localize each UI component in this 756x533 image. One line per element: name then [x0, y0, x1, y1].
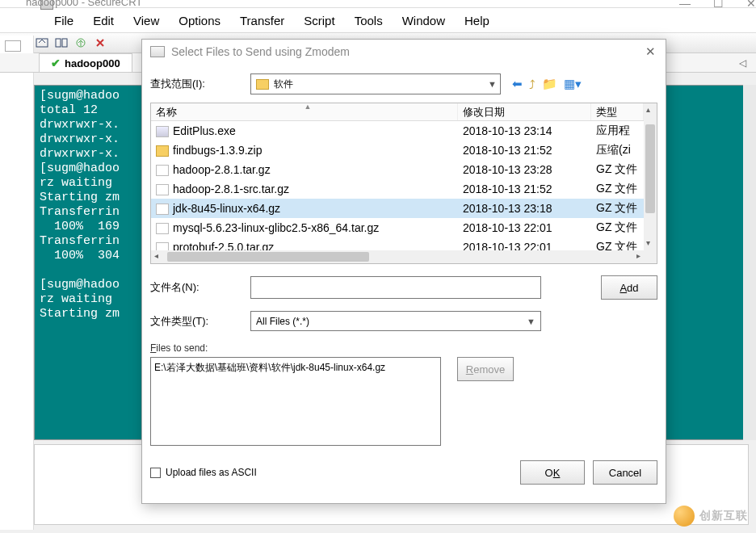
files-to-send-entry[interactable]: E:\若泽大数据\基础班\资料\软件\jdk-8u45-linux-x64.gz — [154, 361, 437, 375]
file-date: 2018-10-13 23:28 — [458, 163, 591, 176]
file-type: 压缩(zi — [591, 143, 644, 157]
left-edge — [0, 36, 34, 530]
watermark: 创新互联 — [674, 506, 748, 527]
file-type: GZ 文件 — [591, 182, 644, 196]
file-name-input[interactable] — [250, 276, 541, 299]
file-row[interactable]: hadoop-2.8.1.tar.gz2018-10-13 23:28GZ 文件 — [151, 160, 657, 179]
dialog-icon — [150, 46, 165, 57]
file-date: 2018-10-13 21:52 — [458, 144, 591, 157]
cancel-button[interactable]: Cancel — [593, 460, 657, 485]
menu-help[interactable]: Help — [455, 10, 499, 31]
file-date: 2018-10-13 22:01 — [458, 241, 591, 250]
svg-rect-3 — [56, 39, 61, 47]
add-button[interactable]: AAdddd — [601, 275, 657, 300]
app-title-bar: hadoop000 - SecureCRT — ☐ ✕ — [0, 0, 756, 8]
chevron-down-icon: ▼ — [488, 79, 497, 89]
remove-button[interactable]: Remove — [457, 357, 514, 381]
file-icon — [156, 126, 169, 137]
file-dialog: Select Files to Send using Zmodem ✕ 查找范围… — [141, 39, 666, 504]
file-row[interactable]: jdk-8u45-linux-x64.gz2018-10-13 23:18GZ … — [151, 199, 657, 218]
chevron-down-icon: ▼ — [527, 317, 536, 326]
file-name-label: 文件名(N): — [150, 280, 239, 295]
col-type[interactable]: 类型 — [591, 103, 644, 120]
hscroll-thumb[interactable] — [167, 252, 369, 262]
toolbar-icon-3[interactable] — [53, 35, 69, 51]
scroll-left-icon[interactable]: ◂ — [154, 251, 158, 260]
vscroll-thumb[interactable] — [645, 124, 655, 213]
file-row[interactable]: findbugs-1.3.9.zip2018-10-13 21:52压缩(zi — [151, 141, 657, 160]
menu-transfer[interactable]: Transfer — [230, 10, 294, 31]
file-type: GZ 文件 — [591, 201, 644, 216]
file-list-hscroll[interactable]: ◂ ▸ — [151, 250, 657, 263]
file-date: 2018-10-13 21:52 — [458, 183, 591, 195]
toolbar-icon-4[interactable] — [73, 35, 89, 51]
file-type: GZ 文件 — [591, 162, 644, 177]
back-icon[interactable]: ⬅ — [512, 77, 523, 91]
look-in-combo[interactable]: 软件 ▼ — [250, 73, 501, 94]
new-folder-icon[interactable]: 📁 — [542, 77, 557, 91]
menu-file[interactable]: File — [44, 10, 83, 31]
file-type: GZ 文件 — [591, 220, 644, 235]
file-date: 2018-10-13 23:18 — [458, 202, 591, 215]
look-in-value: 软件 — [274, 78, 293, 91]
file-list: 名称▲ 修改日期 类型 EditPlus.exe2018-10-13 23:14… — [150, 103, 657, 264]
menu-bar: File Edit View Options Transfer Script T… — [0, 8, 756, 32]
watermark-text: 创新互联 — [699, 509, 748, 523]
tab-scroll-left-icon[interactable]: ◁ — [739, 57, 746, 69]
scroll-up-icon[interactable]: ▴ — [646, 105, 650, 114]
file-icon — [156, 204, 169, 215]
check-icon: ✔ — [51, 57, 61, 69]
file-icon — [156, 242, 169, 250]
maximize-icon[interactable]: ☐ — [713, 0, 724, 10]
upload-ascii-checkbox[interactable]: Upload files as ASCII — [150, 467, 257, 478]
file-icon — [156, 184, 169, 195]
toolbar-icon-2[interactable] — [34, 35, 50, 51]
session-tab[interactable]: ✔ hadoop000 — [39, 53, 132, 72]
up-icon[interactable]: ⤴ — [529, 78, 536, 91]
file-name: hadoop-2.8.1-src.tar.gz — [173, 183, 289, 195]
ok-button[interactable]: OK — [520, 460, 585, 485]
file-date: 2018-10-13 22:01 — [458, 221, 591, 234]
dialog-close-icon[interactable]: ✕ — [645, 44, 656, 59]
close-icon[interactable]: ✕ — [746, 0, 756, 10]
files-to-send-list[interactable]: E:\若泽大数据\基础班\资料\软件\jdk-8u45-linux-x64.gz — [150, 357, 441, 446]
checkbox-icon — [150, 468, 161, 478]
left-edge-icon[interactable] — [5, 40, 21, 52]
file-row[interactable]: hadoop-2.8.1-src.tar.gz2018-10-13 21:52G… — [151, 179, 657, 199]
file-name: hadoop-2.8.1.tar.gz — [173, 163, 271, 176]
file-row[interactable]: mysql-5.6.23-linux-glibc2.5-x86_64.tar.g… — [151, 218, 657, 237]
col-date[interactable]: 修改日期 — [458, 103, 591, 120]
menu-view[interactable]: View — [124, 10, 169, 31]
terminal-scrollbar[interactable] — [743, 85, 756, 440]
menu-options[interactable]: Options — [169, 10, 230, 31]
view-menu-icon[interactable]: ▦▾ — [564, 77, 582, 91]
minimize-icon[interactable]: — — [679, 0, 691, 10]
file-type: GZ 文件 — [591, 240, 644, 250]
menu-edit[interactable]: Edit — [83, 10, 124, 31]
scroll-right-icon[interactable]: ▸ — [636, 251, 640, 260]
dialog-title: Select Files to Send using Zmodem — [171, 45, 350, 58]
session-tab-label: hadoop000 — [65, 57, 120, 69]
file-list-vscroll[interactable]: ▴ ▾ — [644, 103, 657, 263]
menu-tools[interactable]: Tools — [345, 10, 393, 31]
folder-icon — [256, 79, 269, 90]
dialog-title-bar[interactable]: Select Files to Send using Zmodem ✕ — [142, 40, 666, 64]
menu-window[interactable]: Window — [393, 10, 455, 31]
menu-script[interactable]: Script — [294, 10, 344, 31]
file-type: 应用程 — [591, 124, 644, 138]
file-icon — [156, 145, 169, 157]
file-type-combo[interactable]: All Files (*.*) ▼ — [250, 311, 541, 331]
file-type-label: 文件类型(T): — [150, 314, 239, 329]
look-in-label: 查找范围(I): — [150, 77, 239, 91]
file-name: jdk-8u45-linux-x64.gz — [173, 202, 280, 215]
scroll-down-icon[interactable]: ▾ — [646, 238, 650, 247]
file-row[interactable]: EditPlus.exe2018-10-13 23:14应用程 — [151, 121, 657, 141]
file-row[interactable]: protobuf-2.5.0.tar.gz2018-10-13 22:01GZ … — [151, 237, 657, 250]
file-name: findbugs-1.3.9.zip — [173, 144, 262, 157]
toolbar-icon-5[interactable] — [92, 35, 108, 51]
file-icon — [156, 165, 169, 176]
file-name: protobuf-2.5.0.tar.gz — [173, 241, 274, 250]
app-title: hadoop000 - SecureCRT — [26, 0, 142, 8]
sort-asc-icon: ▲ — [304, 103, 312, 111]
col-name[interactable]: 名称▲ — [151, 103, 458, 120]
